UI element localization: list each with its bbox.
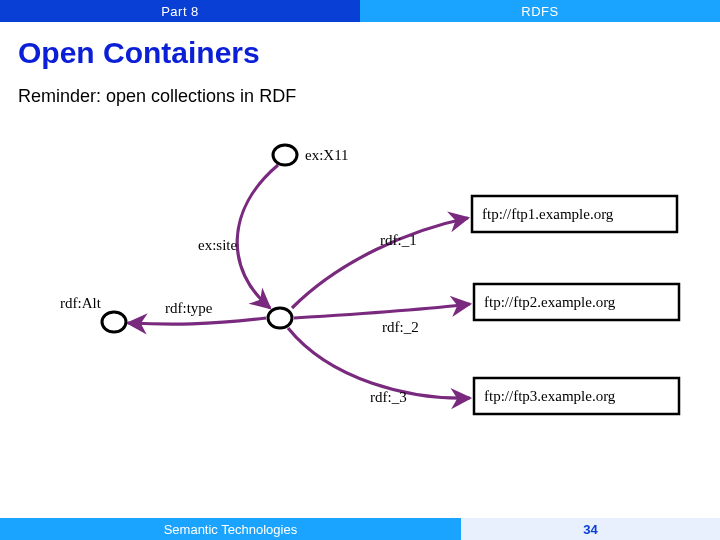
- slide-header: Part 8 RDFS: [0, 0, 720, 22]
- footer-course-label: Semantic Technologies: [0, 518, 461, 540]
- header-part-label: Part 8: [0, 0, 360, 22]
- node-left-label: rdf:Alt: [60, 295, 102, 311]
- node-left: [102, 312, 126, 332]
- node-lit2-label: ftp://ftp2.example.org: [484, 294, 616, 310]
- edge-m2-label: rdf:_2: [382, 319, 419, 335]
- header-topic-label: RDFS: [360, 0, 720, 22]
- edge-type-label: rdf:type: [165, 300, 213, 316]
- node-center: [268, 308, 292, 328]
- edge-m2: [294, 304, 470, 318]
- edge-type: [128, 318, 266, 324]
- edge-m3-label: rdf:_3: [370, 389, 407, 405]
- edge-m1-label: rdf:_1: [380, 232, 417, 248]
- node-top-label: ex:X11: [305, 147, 349, 163]
- rdf-container-diagram: ex:site rdf:type rdf:_1 rdf:_2 rdf:_3 ex…: [0, 100, 720, 500]
- edge-m3: [288, 328, 470, 398]
- page-title: Open Containers: [0, 22, 720, 80]
- edge-site-label: ex:site: [198, 237, 237, 253]
- node-lit3-label: ftp://ftp3.example.org: [484, 388, 616, 404]
- slide-footer: Semantic Technologies 34: [0, 518, 720, 540]
- footer-page-number: 34: [461, 518, 720, 540]
- diagram-svg: ex:site rdf:type rdf:_1 rdf:_2 rdf:_3 ex…: [0, 100, 720, 500]
- edge-site: [237, 165, 278, 308]
- node-lit1-label: ftp://ftp1.example.org: [482, 206, 614, 222]
- node-top: [273, 145, 297, 165]
